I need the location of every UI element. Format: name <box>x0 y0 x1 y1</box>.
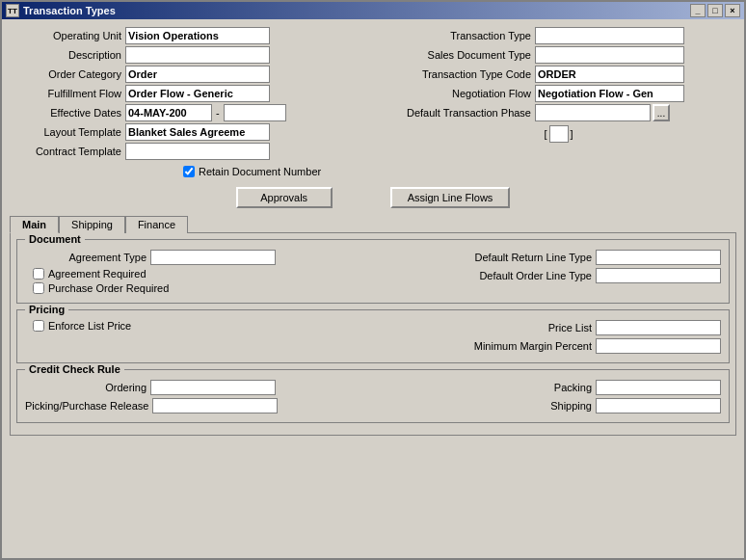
ordering-input[interactable] <box>150 380 276 395</box>
layout-template-input[interactable] <box>125 123 270 141</box>
pricing-two-col: Enforce List Price Price List Minimum Ma… <box>25 320 721 357</box>
description-input[interactable] <box>125 46 270 64</box>
contract-template-row: Contract Template <box>10 143 365 160</box>
purchase-order-required-row: Purchase Order Required <box>25 282 369 294</box>
transaction-type-input[interactable] <box>535 27 684 44</box>
effective-dates-from-input[interactable] <box>125 104 212 121</box>
tabs-area: Main Shipping Finance Document Agreement… <box>10 216 736 436</box>
packing-input[interactable] <box>596 380 721 395</box>
tab-shipping[interactable]: Shipping <box>59 216 125 233</box>
pricing-left-col: Enforce List Price <box>25 320 369 357</box>
bracket-input[interactable] <box>549 125 569 143</box>
tab-finance[interactable]: Finance <box>125 216 188 233</box>
agreement-type-label: Agreement Type <box>25 252 150 263</box>
title-bar-controls: _ □ × <box>690 4 740 17</box>
pricing-right-col: Price List Minimum Margin Percent <box>377 320 721 357</box>
minimize-button[interactable]: _ <box>690 4 706 17</box>
negotiation-flow-label: Negotiation Flow <box>381 88 535 99</box>
effective-dates-row: Effective Dates - <box>10 104 365 121</box>
right-form-col: Transaction Type Sales Document Type Tra… <box>381 27 736 162</box>
approvals-button[interactable]: Approvals <box>236 187 333 208</box>
assign-line-flows-button[interactable]: Assign Line Flows <box>390 187 511 208</box>
credit-two-col: Ordering Picking/Purchase Release <box>25 380 721 416</box>
main-window: TT Transaction Types _ □ × Operating Uni… <box>0 0 746 560</box>
transaction-type-label: Transaction Type <box>381 30 535 41</box>
transaction-type-row: Transaction Type <box>381 27 736 44</box>
price-list-label: Price List <box>441 322 596 333</box>
document-left-col: Agreement Type Agreement Required Purch <box>25 250 369 297</box>
pricing-group: Pricing Enforce List Price <box>16 309 730 363</box>
agreement-required-label: Agreement Required <box>48 268 147 280</box>
agreement-type-row: Agreement Type <box>25 250 369 265</box>
purchase-order-required-checkbox[interactable] <box>33 282 44 294</box>
default-order-line-type-row: Default Order Line Type <box>377 268 721 283</box>
enforce-list-price-label: Enforce List Price <box>48 320 131 332</box>
credit-check-group-content: Ordering Picking/Purchase Release <box>25 380 721 416</box>
window-title: Transaction Types <box>23 5 116 16</box>
transaction-type-code-label: Transaction Type Code <box>381 68 535 80</box>
enforce-list-price-checkbox[interactable] <box>33 320 44 332</box>
agreement-type-input[interactable] <box>150 250 276 265</box>
shipping-input[interactable] <box>596 398 721 413</box>
pricing-group-content: Enforce List Price Price List Minimum Ma… <box>25 320 721 357</box>
price-list-row: Price List <box>377 320 721 335</box>
ordering-label: Ordering <box>25 382 150 393</box>
purchase-order-required-label: Purchase Order Required <box>48 282 169 294</box>
order-category-input[interactable] <box>125 66 270 83</box>
price-list-input[interactable] <box>596 320 721 335</box>
fulfillment-flow-input[interactable] <box>125 85 270 102</box>
layout-template-row: Layout Template <box>10 123 365 141</box>
document-group: Document Agreement Type Agreement Re <box>16 239 730 304</box>
contract-template-input[interactable] <box>125 143 270 160</box>
default-return-line-type-label: Default Return Line Type <box>441 252 596 263</box>
description-label: Description <box>10 49 125 61</box>
tab-main[interactable]: Main <box>10 216 59 233</box>
document-group-content: Agreement Type Agreement Required Purch <box>25 250 721 297</box>
picking-input[interactable] <box>152 398 278 413</box>
sales-doc-type-label: Sales Document Type <box>381 49 535 61</box>
retain-doc-number-checkbox[interactable] <box>183 166 195 177</box>
shipping-label: Shipping <box>441 400 596 412</box>
enforce-list-price-row: Enforce List Price <box>25 320 369 332</box>
sales-doc-type-input[interactable] <box>535 46 684 64</box>
credit-check-group-title: Credit Check Rule <box>25 363 124 375</box>
operating-unit-label: Operating Unit <box>10 30 125 41</box>
title-bar: TT Transaction Types _ □ × <box>2 2 744 19</box>
default-transaction-phase-input[interactable] <box>535 104 651 121</box>
minimum-margin-input[interactable] <box>596 338 721 354</box>
window-icon: TT <box>6 4 19 17</box>
default-order-line-type-label: Default Order Line Type <box>441 270 596 281</box>
document-two-col: Agreement Type Agreement Required Purch <box>25 250 721 297</box>
close-button[interactable]: × <box>725 4 740 17</box>
packing-row: Packing <box>377 380 721 395</box>
operating-unit-input[interactable] <box>125 27 270 44</box>
shipping-row: Shipping <box>377 398 721 413</box>
effective-dates-label: Effective Dates <box>10 107 125 119</box>
ordering-row: Ordering <box>25 380 369 395</box>
document-right-col: Default Return Line Type Default Order L… <box>377 250 721 297</box>
fulfillment-flow-row: Fulfillment Flow <box>10 85 365 102</box>
operating-unit-row: Operating Unit <box>10 27 365 44</box>
picking-row: Picking/Purchase Release <box>25 398 369 413</box>
order-category-label: Order Category <box>10 68 125 80</box>
ellipsis-button[interactable]: ... <box>653 104 670 121</box>
bracket-row: [ ] <box>381 125 736 143</box>
agreement-required-checkbox[interactable] <box>33 268 44 280</box>
effective-dates-to-input[interactable] <box>224 104 286 121</box>
layout-template-label: Layout Template <box>10 126 125 138</box>
default-order-line-type-input[interactable] <box>596 268 721 283</box>
document-group-title: Document <box>25 233 85 245</box>
sales-doc-type-row: Sales Document Type <box>381 46 736 64</box>
transaction-type-code-input[interactable] <box>535 66 684 83</box>
default-return-line-type-input[interactable] <box>596 250 721 265</box>
contract-template-label: Contract Template <box>10 146 125 157</box>
restore-button[interactable]: □ <box>707 4 723 17</box>
description-row: Description <box>10 46 365 64</box>
negotiation-flow-input[interactable] <box>535 85 684 102</box>
agreement-required-row: Agreement Required <box>25 268 369 280</box>
default-transaction-phase-row: Default Transaction Phase ... <box>381 104 736 121</box>
transaction-type-code-row: Transaction Type Code <box>381 66 736 83</box>
retain-doc-number-label: Retain Document Number <box>199 166 321 177</box>
negotiation-flow-row: Negotiation Flow <box>381 85 736 102</box>
top-form: Operating Unit Description Order Categor… <box>10 27 736 162</box>
